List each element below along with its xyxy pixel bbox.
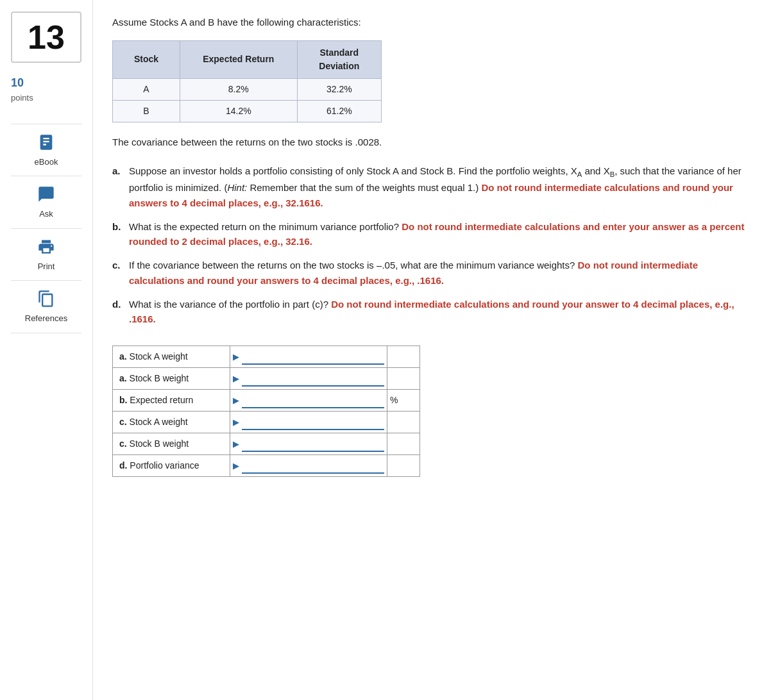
q-d-label: d. [112,297,125,327]
answer-input-cell-a-stock-b[interactable]: ▶ [230,368,387,390]
input-a-stock-b-weight[interactable] [242,371,384,387]
answer-label-a-stock-a: a. Stock A weight [113,346,230,368]
stock-a-name: A [113,78,180,100]
question-c: c. If the covariance between the returns… [112,258,754,288]
book-icon [36,132,56,153]
unit-a-stock-a [387,346,420,368]
stock-table: Stock Expected Return StandardDeviation … [112,40,382,122]
q-c-label: c. [112,258,125,288]
sidebar: 13 10 points eBook Ask [0,0,93,700]
answer-row-c-stock-a: c. Stock A weight ▶ [113,412,420,433]
q-b-text: What is the expected return on the minim… [129,219,754,249]
sidebar-tool-ebook[interactable]: eBook [11,124,81,176]
col-std-deviation: StandardDeviation [297,40,381,78]
input-b-expected-return[interactable] [242,393,384,408]
answer-input-cell-c-stock-a[interactable]: ▶ [230,412,387,433]
answer-label-d-variance: d. Portfolio variance [113,455,230,477]
question-a: a. Suppose an investor holds a portfolio… [112,163,754,210]
references-label: References [25,312,67,325]
input-arrow: ▶ [233,351,239,363]
answer-input-cell-b-return[interactable]: ▶ [230,390,387,412]
input-a-stock-a-weight[interactable] [242,349,384,365]
stock-b-stddev: 61.2% [297,100,381,122]
q-b-label: b. [112,219,125,249]
sidebar-tool-print[interactable]: Print [11,228,81,281]
sidebar-tool-references[interactable]: References [11,280,81,333]
unit-c-stock-a [387,412,420,433]
answer-row-b-expected-return: b. Expected return ▶ % [113,390,420,412]
copy-icon [36,288,56,309]
input-c-stock-a-weight[interactable] [242,415,384,430]
answer-row-a-stock-a: a. Stock A weight ▶ [113,346,420,368]
problem-intro: Assume Stocks A and B have the following… [112,15,754,30]
unit-b-return: % [387,390,420,412]
stock-b-return: 14.2% [180,100,298,122]
question-number-box: 13 [11,12,81,63]
col-stock: Stock [113,40,180,78]
answer-input-cell-c-stock-b[interactable]: ▶ [230,433,387,455]
input-c-stock-b-weight[interactable] [242,437,384,452]
answer-row-d-variance: d. Portfolio variance ▶ [113,455,420,477]
question-number: 13 [28,12,65,62]
input-arrow: ▶ [233,416,239,429]
answer-label-a-stock-b: a. Stock B weight [113,368,230,390]
question-d: d. What is the variance of the portfolio… [112,297,754,327]
stock-b-name: B [113,100,180,122]
points-label: points [11,92,81,104]
q-d-text: What is the variance of the portfolio in… [129,297,754,327]
answer-label-b-expected-return: b. Expected return [113,390,230,412]
questions-list: a. Suppose an investor holds a portfolio… [112,163,754,326]
ebook-label: eBook [35,156,58,169]
stock-a-stddev: 32.2% [297,78,381,100]
points-value: 10 [11,74,81,92]
input-arrow: ▶ [233,460,239,472]
main-content: Assume Stocks A and B have the following… [93,0,780,700]
answer-table: a. Stock A weight ▶ a. Stock B weight [112,346,420,477]
ask-label: Ask [39,208,53,221]
unit-d-variance [387,455,420,477]
covariance-text: The covariance between the returns on th… [112,135,754,150]
input-arrow: ▶ [233,394,239,407]
table-row: B 14.2% 61.2% [113,100,382,122]
q-a-text: Suppose an investor holds a portfolio co… [129,163,754,210]
table-row: A 8.2% 32.2% [113,78,382,100]
unit-c-stock-b [387,433,420,455]
print-label: Print [38,260,55,273]
unit-a-stock-b [387,368,420,390]
question-b: b. What is the expected return on the mi… [112,219,754,249]
input-d-portfolio-variance[interactable] [242,458,384,474]
answer-input-cell-d-variance[interactable]: ▶ [230,455,387,477]
input-arrow: ▶ [233,438,239,451]
answer-input-cell-a-stock-a[interactable]: ▶ [230,346,387,368]
points-box: 10 points [11,74,81,104]
answer-section: a. Stock A weight ▶ a. Stock B weight [112,346,754,477]
col-expected-return: Expected Return [180,40,298,78]
stock-a-return: 8.2% [180,78,298,100]
q-c-text: If the covariance between the returns on… [129,258,754,288]
sidebar-tool-ask[interactable]: Ask [11,176,81,228]
chat-icon [36,184,56,204]
answer-row-c-stock-b: c. Stock B weight ▶ [113,433,420,455]
input-arrow: ▶ [233,372,239,385]
answer-row-a-stock-b: a. Stock B weight ▶ [113,368,420,390]
answer-label-c-stock-b: c. Stock B weight [113,433,230,455]
answer-label-c-stock-a: c. Stock A weight [113,412,230,433]
q-a-label: a. [112,163,125,210]
print-icon [36,237,56,257]
